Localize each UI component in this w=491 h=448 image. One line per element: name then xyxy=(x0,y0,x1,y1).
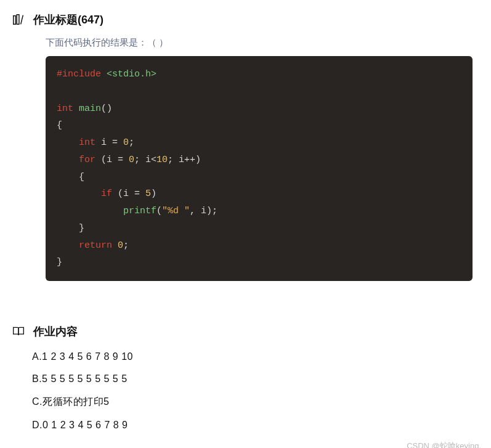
code-token: if xyxy=(101,189,112,199)
code-token: ; i< xyxy=(134,155,156,165)
code-token: ; xyxy=(129,137,134,148)
code-token: main xyxy=(79,104,101,114)
title-section-header: 作业标题(647) xyxy=(11,12,480,27)
code-token: printf xyxy=(123,206,156,216)
code-token: 5 xyxy=(145,189,151,199)
code-token: { xyxy=(57,120,62,131)
code-token: (i = xyxy=(112,189,145,199)
code-token xyxy=(57,137,79,148)
code-token xyxy=(57,206,123,216)
code-token: 10 xyxy=(156,155,168,165)
svg-rect-0 xyxy=(14,16,16,25)
code-token: ; i++) xyxy=(168,155,201,165)
option-b: B.5 5 5 5 5 5 5 5 5 5 xyxy=(32,373,480,385)
code-token: (i = xyxy=(95,155,129,165)
code-token: () xyxy=(101,104,112,114)
svg-rect-1 xyxy=(17,15,19,25)
content-section: 作业内容 A.1 2 3 4 5 6 7 8 9 10 B.5 5 5 5 5 … xyxy=(11,324,480,431)
option-c: C.死循环的打印5 xyxy=(32,396,480,409)
books-icon xyxy=(11,12,26,27)
options-list: A.1 2 3 4 5 6 7 8 9 10 B.5 5 5 5 5 5 5 5… xyxy=(32,351,480,431)
code-token: int xyxy=(57,104,73,114)
question-text: 下面代码执行的结果是：（ ） xyxy=(46,37,480,49)
code-token: ) xyxy=(151,189,156,199)
code-token: } xyxy=(79,223,84,234)
code-token: , i); xyxy=(190,206,217,216)
code-token xyxy=(57,172,79,182)
code-token: int xyxy=(79,137,95,148)
code-token xyxy=(57,189,101,199)
code-token: #include xyxy=(57,69,101,79)
code-block: #include <stdio.h> int main() { int i = … xyxy=(46,56,473,281)
code-token: 0 xyxy=(129,155,134,165)
code-token: "%d " xyxy=(162,206,190,216)
code-token: for xyxy=(79,155,95,165)
code-token: <stdio.h> xyxy=(107,69,156,79)
code-token: return xyxy=(79,240,112,251)
option-a: A.1 2 3 4 5 6 7 8 9 10 xyxy=(32,351,480,362)
content-title-text: 作业内容 xyxy=(33,324,78,339)
code-token xyxy=(57,240,79,251)
svg-line-2 xyxy=(21,15,23,25)
code-token xyxy=(57,155,79,165)
book-open-icon xyxy=(11,324,26,339)
code-token: 0 xyxy=(118,240,123,251)
watermark-text: CSDN @蛇喰keying. xyxy=(407,441,481,448)
option-d: D.0 1 2 3 4 5 6 7 8 9 xyxy=(32,420,480,431)
code-token: { xyxy=(79,172,84,182)
code-token xyxy=(57,223,79,234)
code-token: } xyxy=(57,257,62,267)
code-token: ; xyxy=(123,240,129,251)
content-section-header: 作业内容 xyxy=(11,324,480,339)
title-text: 作业标题(647) xyxy=(33,12,103,27)
code-token xyxy=(112,240,118,251)
code-token: i = xyxy=(95,137,123,148)
code-token: ( xyxy=(156,206,162,216)
code-token: 0 xyxy=(123,137,129,148)
